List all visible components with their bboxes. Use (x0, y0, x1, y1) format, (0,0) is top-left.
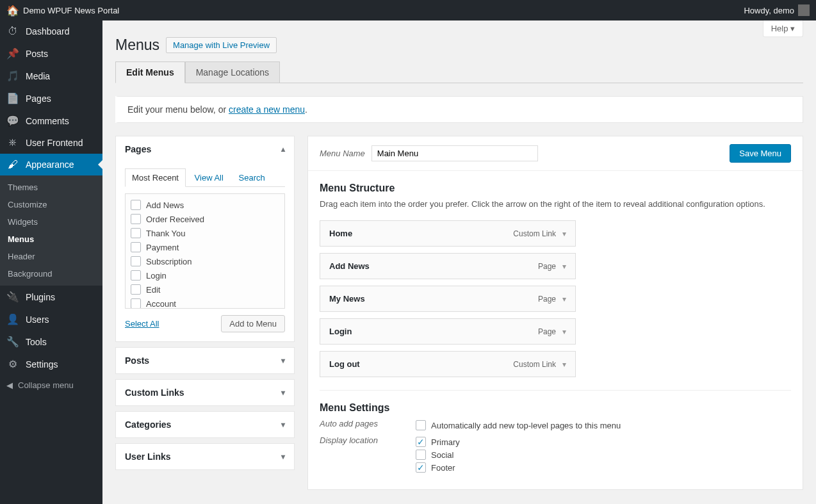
sidebar-item-pages[interactable]: 📄Pages (0, 87, 102, 110)
menu-item[interactable]: LoginPage▾ (320, 318, 576, 345)
add-items-column: Pages ▴ Most Recent View All Search Add … (115, 136, 295, 475)
sidebar-sub-customize[interactable]: Customize (0, 196, 102, 213)
accordion-categories[interactable]: Categories▾ (116, 412, 294, 437)
page-label: Edit (146, 285, 160, 295)
page-check-row: Account (129, 297, 281, 309)
sidebar-item-comments[interactable]: 💬Comments (0, 110, 102, 132)
topbar-site[interactable]: 🏠 Demo WPUF News Portal (6, 4, 119, 17)
add-to-menu-button[interactable]: Add to Menu (221, 315, 285, 332)
howdy-text: Howdy, demo (744, 6, 794, 15)
page-label: Account (146, 299, 176, 309)
sidebar-item-appearance[interactable]: 🖌Appearance (0, 154, 102, 175)
settings-heading: Menu Settings (320, 402, 791, 414)
page-checkbox[interactable] (131, 200, 141, 210)
location-checkbox[interactable]: ✓ (416, 437, 426, 447)
location-checkbox[interactable]: ✓ (416, 462, 426, 473)
sidebar-icon: ⚙ (6, 358, 19, 370)
menu-item[interactable]: Add NewsPage▾ (320, 253, 576, 279)
sidebar-icon: 📌 (6, 47, 19, 60)
tab-manage-locations[interactable]: Manage Locations (185, 61, 280, 83)
pages-checklist[interactable]: Add NewsOrder ReceivedThank YouPaymentSu… (125, 193, 285, 309)
menu-item-type: Page (538, 262, 556, 271)
caret-down-icon: ▾ (790, 24, 795, 33)
page-label: Add News (146, 200, 184, 210)
sidebar-item-dashboard[interactable]: ⏱Dashboard (0, 20, 102, 42)
pages-panel-header[interactable]: Pages ▴ (116, 136, 294, 162)
select-all-link[interactable]: Select All (125, 319, 159, 329)
menu-item-label: Home (329, 229, 352, 238)
sidebar-item-settings[interactable]: ⚙Settings (0, 353, 102, 375)
caret-down-icon: ▾ (281, 356, 285, 365)
menu-item-label: Log out (329, 359, 360, 369)
caret-down-icon: ▾ (562, 229, 566, 238)
page-checkbox[interactable] (131, 284, 141, 295)
location-checkbox[interactable] (416, 450, 426, 460)
caret-down-icon: ▾ (562, 327, 566, 336)
caret-down-icon: ▾ (281, 452, 285, 461)
auto-add-checkbox[interactable] (416, 420, 426, 430)
menu-item[interactable]: Log outCustom Link▾ (320, 351, 576, 377)
live-preview-button[interactable]: Manage with Live Preview (166, 37, 277, 53)
menu-item[interactable]: My NewsPage▾ (320, 286, 576, 312)
sidebar-icon: 💬 (6, 115, 19, 127)
home-icon: 🏠 (6, 4, 19, 17)
admin-sidebar: ⏱Dashboard📌Posts🎵Media📄Pages💬Comments⛯Us… (0, 20, 102, 504)
sidebar-item-user-frontend[interactable]: ⛯User Frontend (0, 132, 102, 154)
menu-name-label: Menu Name (320, 149, 365, 158)
accordion-user-links[interactable]: User Links▾ (116, 444, 294, 469)
page-checkbox[interactable] (131, 242, 141, 252)
sidebar-item-posts[interactable]: 📌Posts (0, 42, 102, 65)
sidebar-sub-background[interactable]: Background (0, 265, 102, 282)
subtab-view-all[interactable]: View All (188, 169, 230, 186)
page-checkbox[interactable] (131, 256, 141, 266)
menu-item-label: My News (329, 294, 365, 304)
caret-down-icon: ▾ (562, 360, 566, 369)
structure-heading: Menu Structure (320, 183, 791, 194)
page-check-row: Thank You (129, 226, 281, 240)
content-area: Help ▾ Menus Manage with Live Preview Ed… (102, 20, 816, 504)
page-checkbox[interactable] (131, 270, 141, 280)
sidebar-icon: ⏱ (6, 26, 19, 37)
sidebar-sub-header[interactable]: Header (0, 248, 102, 265)
auto-add-label: Auto add pages (320, 419, 416, 428)
sidebar-icon: 🔌 (6, 291, 19, 303)
menu-item-type: Page (538, 327, 556, 336)
sidebar-item-users[interactable]: 👤Users (0, 308, 102, 330)
avatar (798, 4, 810, 16)
sidebar-item-media[interactable]: 🎵Media (0, 65, 102, 87)
sidebar-item-plugins[interactable]: 🔌Plugins (0, 286, 102, 308)
sidebar-sub-widgets[interactable]: Widgets (0, 213, 102, 231)
site-name: Demo WPUF News Portal (23, 6, 119, 15)
sidebar-icon: 📄 (6, 92, 19, 104)
nav-tabs: Edit MenusManage Locations (115, 61, 803, 83)
sidebar-sub-menus[interactable]: Menus (0, 231, 102, 248)
tab-edit-menus[interactable]: Edit Menus (115, 61, 185, 83)
page-label: Payment (146, 243, 179, 252)
menu-item-type: Custom Link (513, 360, 556, 369)
page-checkbox[interactable] (131, 228, 141, 238)
location-label: Footer (431, 463, 455, 473)
page-checkbox[interactable] (131, 214, 141, 224)
collapse-menu[interactable]: ◀Collapse menu (0, 375, 102, 395)
menu-name-input[interactable] (371, 145, 538, 161)
page-check-row: Login (129, 268, 281, 282)
create-menu-link[interactable]: create a new menu (229, 104, 305, 115)
location-label: Social (431, 450, 453, 460)
topbar-user[interactable]: Howdy, demo (744, 4, 810, 16)
help-tab[interactable]: Help ▾ (763, 20, 803, 37)
subtab-search[interactable]: Search (233, 169, 272, 186)
menu-item-label: Login (329, 327, 352, 336)
accordion-posts[interactable]: Posts▾ (116, 348, 294, 373)
sidebar-item-tools[interactable]: 🔧Tools (0, 330, 102, 353)
page-checkbox[interactable] (131, 298, 141, 309)
accordion-custom-links[interactable]: Custom Links▾ (116, 380, 294, 405)
save-menu-button[interactable]: Save Menu (730, 144, 791, 163)
sidebar-icon: 🖌 (6, 159, 19, 170)
page-check-row: Subscription (129, 254, 281, 268)
page-title: Menus (115, 37, 159, 54)
page-check-row: Add News (129, 198, 281, 212)
page-label: Order Received (146, 215, 204, 224)
subtab-most-recent[interactable]: Most Recent (125, 168, 186, 187)
sidebar-sub-themes[interactable]: Themes (0, 179, 102, 196)
menu-item[interactable]: HomeCustom Link▾ (320, 220, 576, 247)
